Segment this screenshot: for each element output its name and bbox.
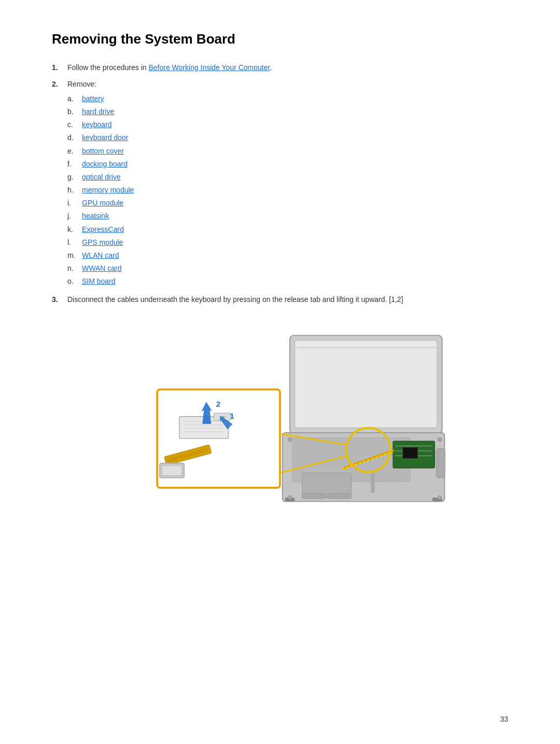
svg-rect-9 [403,447,417,458]
item-b-label: b. [67,105,78,118]
wwan-card-link[interactable]: WWAN card [82,262,121,275]
illustration-container: 2 1 [52,315,508,513]
item-a-label: a. [67,92,78,105]
before-working-link[interactable]: Before Working Inside Your Computer [148,63,270,72]
page-number: 33 [500,715,508,723]
svg-rect-1 [295,340,437,428]
svg-rect-34 [162,465,182,475]
item-f-label: f. [67,158,78,171]
item-c-label: c. [67,118,78,131]
remove-item-a: a. battery [67,92,508,105]
remove-item-j: j. heatsink [67,210,508,223]
remove-item-i: i. GPU module [67,197,508,210]
wlan-card-link[interactable]: WLAN card [82,249,119,262]
illustration-wrapper: 2 1 [99,315,461,513]
battery-link[interactable]: battery [82,92,104,105]
step-2-number: 2. [52,78,67,288]
bottom-cover-link[interactable]: bottom cover [82,145,124,158]
gpu-module-link[interactable]: GPU module [82,197,123,210]
item-d-label: d. [67,131,78,144]
sim-board-link[interactable]: SIM board [82,275,116,288]
item-g-label: g. [67,171,78,184]
svg-rect-14 [436,448,445,478]
svg-rect-22 [371,473,375,493]
keyboard-door-link[interactable]: keyboard door [82,131,129,144]
svg-text:1: 1 [230,411,234,420]
keyboard-link[interactable]: keyboard [82,118,112,131]
heatsink-link[interactable]: heatsink [82,210,109,223]
remove-item-l: l. GPS module [67,236,508,249]
step-2: 2. Remove: a. battery b. hard drive c. k… [52,78,508,288]
laptop-body [283,335,445,501]
step-1-content: Follow the procedures in Before Working … [67,62,508,73]
steps-list: 1. Follow the procedures in Before Worki… [52,62,508,305]
remove-item-g: g. optical drive [67,171,508,184]
gps-module-link[interactable]: GPS module [82,236,123,249]
item-e-label: e. [67,145,78,158]
step-1: 1. Follow the procedures in Before Worki… [52,62,508,73]
optical-drive-link[interactable]: optical drive [82,171,121,184]
hard-drive-link[interactable]: hard drive [82,105,114,118]
memory-module-link[interactable]: memory module [82,184,134,197]
item-j-label: j. [67,210,78,223]
remove-item-d: d. keyboard door [67,131,508,144]
svg-point-16 [438,437,442,442]
item-m-label: m. [67,249,78,262]
svg-point-17 [288,495,292,500]
expresscard-link[interactable]: ExpressCard [82,223,124,236]
svg-rect-21 [328,493,351,498]
step-2-content: Remove: a. battery b. hard drive c. keyb… [67,78,508,288]
step-3-content: Disconnect the cables underneath the key… [67,294,508,305]
step-2-text: Remove: [67,80,96,88]
remove-item-c: c. keyboard [67,118,508,131]
item-l-label: l. [67,236,78,249]
step-1-text-after: . [270,63,272,72]
step-3: 3. Disconnect the cables underneath the … [52,294,508,305]
item-o-label: o. [67,275,78,288]
remove-item-k: k. ExpressCard [67,223,508,236]
svg-point-15 [288,437,292,442]
page-title: Removing the System Board [52,31,508,47]
item-h-label: h. [67,184,78,197]
step-1-number: 1. [52,62,67,73]
remove-items-list: a. battery b. hard drive c. keyboard d. … [67,92,508,288]
step-1-text-before: Follow the procedures in [67,63,148,72]
remove-item-h: h. memory module [67,184,508,197]
svg-point-18 [438,495,442,500]
remove-item-e: e. bottom cover [67,145,508,158]
svg-text:2: 2 [216,399,220,408]
item-k-label: k. [67,223,78,236]
docking-board-link[interactable]: docking board [82,158,128,171]
step-3-number: 3. [52,294,67,305]
remove-item-n: n. WWAN card [67,262,508,275]
item-n-label: n. [67,262,78,275]
item-i-label: i. [67,197,78,210]
remove-item-m: m. WLAN card [67,249,508,262]
svg-rect-20 [302,493,326,498]
procedure-illustration: 2 1 [99,321,461,507]
remove-item-f: f. docking board [67,158,508,171]
remove-item-b: b. hard drive [67,105,508,118]
magnified-view: 2 1 [157,390,280,488]
remove-item-o: o. SIM board [67,275,508,288]
